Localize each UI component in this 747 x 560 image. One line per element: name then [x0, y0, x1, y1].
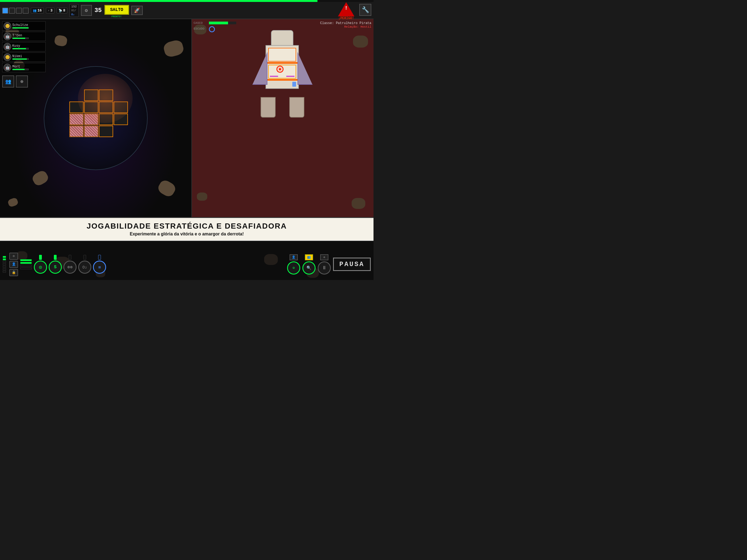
- ctrl-btn-3[interactable]: ⊕⊕: [63, 261, 77, 274]
- ship-right-wing: [298, 52, 312, 85]
- ctrl-bar-top: [39, 255, 42, 260]
- ship-room-damaged[interactable]: [84, 126, 98, 137]
- pause-button[interactable]: PAUSA: [333, 258, 371, 271]
- ship-room-damaged[interactable]: [70, 113, 84, 125]
- ship-room[interactable]: [84, 101, 98, 113]
- enemy-ship-visual: [252, 30, 312, 118]
- v-bar-dark: [3, 263, 6, 265]
- right-ctrl-icon-1[interactable]: 👤: [289, 254, 298, 260]
- crew-member-schultze[interactable]: 😊 Schultze: [2, 21, 46, 31]
- right-icon-col-3: ⊕ ⏸: [318, 254, 331, 275]
- crew-health-bar-schultze: [12, 27, 29, 29]
- jump-button[interactable]: SALTO: [104, 5, 129, 15]
- group-crew-icon: 👥: [5, 78, 11, 84]
- o2-stat: 152 81/ O₂: [70, 4, 79, 17]
- ship-room[interactable]: [84, 90, 98, 101]
- ship-icon-button[interactable]: 🚀: [131, 6, 143, 15]
- shield-label: ESCUDO: [194, 27, 207, 30]
- ctrl-btn-1[interactable]: ⊙: [34, 261, 47, 274]
- viewport-separator: [191, 19, 192, 217]
- green-bars-group: [20, 259, 32, 269]
- right-ctrl-icon-2[interactable]: 👥: [305, 254, 313, 260]
- ctrl-small-icon-1[interactable]: ⚙: [9, 253, 18, 260]
- ctrl-btn-5[interactable]: ⊠: [93, 261, 106, 274]
- wrench-button[interactable]: 🔧: [359, 4, 371, 16]
- controls-bar: ⚙ 👤 🔒 ⊙ S: [0, 249, 374, 280]
- ship-o2-indicator: [292, 82, 296, 87]
- crew-avatar-schultze: 😊: [4, 22, 11, 30]
- ship-room-damaged[interactable]: [70, 126, 84, 137]
- ship-room[interactable]: [70, 101, 84, 113]
- ship-room[interactable]: [99, 101, 113, 113]
- ship-icon: 🚀: [134, 8, 140, 14]
- asteroid: [31, 169, 50, 187]
- ship-room[interactable]: [99, 126, 113, 137]
- ship-room[interactable]: [99, 113, 113, 125]
- ctrl-bar-top-dark: [69, 255, 71, 260]
- crew-avatar-tten: 🤖: [4, 32, 11, 40]
- crew-member-kusy[interactable]: 🤖 Kusy: [2, 42, 46, 51]
- ctrl-btn-4[interactable]: O₂: [78, 261, 91, 274]
- hull-bar: [209, 22, 236, 24]
- crew-member-nikmi[interactable]: 😊 Nikmi: [2, 52, 46, 62]
- ctrl-bar-top-dark: [83, 255, 86, 260]
- circular-buttons: ⊙ S ⊕⊕ O₂: [34, 255, 106, 274]
- player-ship-grid[interactable]: [70, 90, 128, 149]
- crew-name-mort: Mort: [12, 65, 44, 69]
- health-bar: [0, 0, 317, 2]
- gear-button[interactable]: ⚙: [81, 5, 92, 16]
- asteroid: [353, 35, 368, 48]
- o2-symbol: O₂: [71, 13, 75, 16]
- subtext: Experimente a glória da vitória e o amar…: [5, 232, 368, 236]
- right-ctrl-btn-1[interactable]: ⊙: [287, 261, 300, 275]
- crew-health-bar-nikmi: [12, 58, 29, 60]
- group-button-select[interactable]: ⊕: [16, 75, 28, 87]
- teleport-icon: 📡: [58, 9, 62, 12]
- right-ctrl-btn-2[interactable]: 🔍: [302, 261, 315, 275]
- asteroid: [352, 198, 365, 209]
- ctrl-small-icon-3[interactable]: 🔒: [9, 269, 18, 276]
- right-controls: 👤 ⊙ 👥 🔍 ⊕ ⏸ PAUSA: [287, 254, 371, 275]
- ship-right-leg: [289, 97, 304, 118]
- ship-left-leg: [261, 97, 276, 118]
- ship-detail-magenta: [286, 76, 294, 77]
- crew-name-kusy: Kusy: [12, 44, 44, 48]
- ctrl-btn-2[interactable]: S: [49, 261, 62, 274]
- asteroid: [156, 178, 177, 198]
- ship-room[interactable]: [99, 90, 113, 101]
- crew-member-mort[interactable]: 🤖 Mort: [2, 63, 46, 72]
- danger-label: ¡PERIGO!: [338, 17, 354, 20]
- ctrl-small-icon-2[interactable]: 👤: [9, 261, 18, 268]
- bottom-panel: JOGABILIDADE ESTRATÉGICA E DESAFIADORA E…: [0, 217, 374, 280]
- ship-circle-bg: [44, 66, 148, 170]
- ship-room-damaged[interactable]: [84, 113, 98, 125]
- vertical-bar-stack: [3, 256, 6, 273]
- crew-avatar-nikmi: 😊: [4, 53, 11, 61]
- asteroid: [162, 39, 185, 58]
- danger-triangle-icon: !: [338, 2, 354, 17]
- crew-avatar-mort: 🤖: [4, 64, 11, 71]
- ship-room-top[interactable]: [268, 48, 296, 61]
- group-button-crew[interactable]: 👥: [2, 75, 14, 87]
- right-ctrl-icon-3[interactable]: ⊕: [320, 254, 328, 260]
- right-ctrl-btn-3[interactable]: ⏸: [318, 261, 331, 275]
- green-bar: [20, 262, 32, 264]
- icon-column-left: ⚙ 👤 🔒: [9, 253, 18, 276]
- crew-dot-4: [23, 8, 29, 14]
- hull-bar-fill: [209, 22, 228, 24]
- ship-room[interactable]: [114, 113, 128, 125]
- ctrl-bar-top-blue: [98, 255, 101, 260]
- top-hud: 👥 16 ⚡ 3 📡 8 152 81/ O₂ ⚙ 35 SALTO PRONT…: [0, 0, 374, 19]
- asteroid: [17, 251, 27, 260]
- gear-icon: ⚙: [85, 7, 88, 14]
- ctrl-bar-top: [54, 255, 57, 260]
- crew-member-tten[interactable]: 🤖 T'ten: [2, 32, 46, 41]
- dark-bar: [20, 268, 32, 269]
- ship-room[interactable]: [114, 101, 128, 113]
- crew-dot-3: [16, 8, 22, 14]
- asteroid: [7, 197, 19, 207]
- teleport-stat: 📡 8: [57, 8, 67, 14]
- danger-indicator: ! ¡PERIGO!: [338, 2, 354, 20]
- asteroid: [264, 254, 278, 265]
- crew-health-bar-tten: [12, 37, 29, 39]
